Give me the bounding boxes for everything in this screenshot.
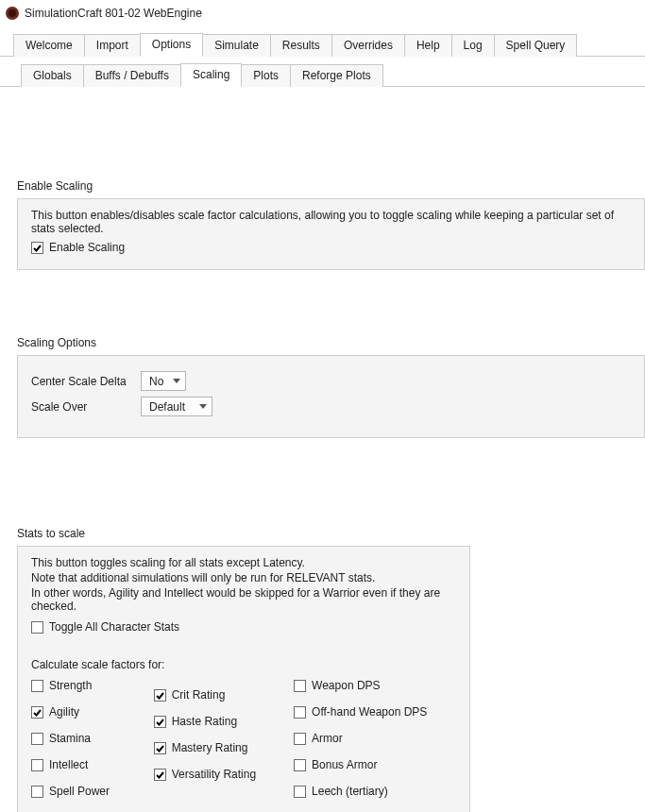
enable-scaling-checkbox[interactable]: Enable Scaling (31, 241, 631, 254)
stat-checkbox-stamina[interactable]: Stamina (31, 732, 116, 745)
tab-log[interactable]: Log (451, 34, 495, 57)
stat-checkbox-agility[interactable]: Agility (31, 705, 116, 719)
stat-label: Armor (312, 732, 343, 745)
tab-plots[interactable]: Plots (241, 64, 291, 87)
stat-checkbox-strength[interactable]: Strength (31, 679, 116, 692)
stat-label: Mastery Rating (172, 741, 248, 754)
enable-scaling-checkbox-label: Enable Scaling (49, 241, 125, 254)
stat-checkbox-intellect[interactable]: Intellect (31, 758, 116, 771)
stat-checkbox-versatility-rating[interactable]: Versatility Rating (154, 768, 256, 781)
stat-checkbox-mastery-rating[interactable]: Mastery Rating (154, 741, 256, 754)
stat-label: Weapon DPS (312, 679, 381, 692)
stats-col-3: Weapon DPSOff-hand Weapon DPSArmorBonus … (294, 679, 446, 812)
tab-results[interactable]: Results (270, 34, 332, 57)
stat-checkbox-crit-rating[interactable]: Crit Rating (154, 688, 256, 702)
stat-label: Leech (tertiary) (312, 785, 388, 798)
stats-heading: Stats to scale (17, 527, 645, 540)
stat-label: Bonus Armor (312, 758, 377, 771)
tab-buffs-debuffs[interactable]: Buffs / Debuffs (83, 64, 181, 87)
scale-over-select[interactable]: Default (141, 397, 212, 416)
tab-simulate[interactable]: Simulate (202, 34, 271, 57)
stat-label: Haste Rating (172, 715, 237, 728)
stats-col-1: StrengthAgilityStaminaIntellectSpell Pow… (31, 679, 116, 812)
tab-globals[interactable]: Globals (21, 64, 84, 87)
tab-welcome[interactable]: Welcome (13, 34, 85, 57)
stat-label: Off-hand Weapon DPS (312, 705, 427, 719)
toggle-all-stats-checkbox[interactable]: Toggle All Character Stats (31, 620, 456, 634)
tab-spell-query[interactable]: Spell Query (494, 34, 578, 57)
stat-label: Agility (49, 705, 79, 719)
center-scale-delta-value: No (149, 375, 163, 388)
stats-group: This button toggles scaling for all stat… (17, 546, 470, 812)
tab-scaling[interactable]: Scaling (180, 63, 242, 87)
enable-scaling-desc: This button enables/disables scale facto… (31, 209, 631, 235)
center-scale-delta-select[interactable]: No (141, 371, 186, 391)
window-titlebar: SimulationCraft 801-02 WebEngine (0, 0, 645, 26)
toggle-all-stats-label: Toggle All Character Stats (49, 620, 179, 634)
enable-scaling-heading: Enable Scaling (17, 179, 645, 193)
app-icon (6, 7, 19, 20)
stat-checkbox-haste-rating[interactable]: Haste Rating (154, 715, 256, 728)
stat-checkbox-leech-tertiary-[interactable]: Leech (tertiary) (294, 785, 446, 798)
calc-heading: Calculate scale factors for: (31, 658, 456, 671)
stats-col-2: Crit RatingHaste RatingMastery RatingVer… (154, 688, 256, 812)
stat-checkbox-bonus-armor[interactable]: Bonus Armor (294, 758, 446, 771)
stat-checkbox-spell-power[interactable]: Spell Power (31, 785, 116, 798)
tab-overrides[interactable]: Overrides (331, 34, 405, 57)
tab-reforge-plots[interactable]: Reforge Plots (290, 64, 383, 87)
scale-over-value: Default (149, 400, 185, 414)
sub-tabbar: GlobalsBuffs / DebuffsScalingPlotsReforg… (0, 62, 645, 87)
stat-checkbox-weapon-dps[interactable]: Weapon DPS (294, 679, 446, 692)
tab-import[interactable]: Import (84, 34, 141, 57)
stats-desc-1: This button toggles scaling for all stat… (31, 556, 456, 569)
chevron-down-icon (199, 404, 207, 409)
stat-checkbox-armor[interactable]: Armor (294, 732, 446, 745)
enable-scaling-group: This button enables/disables scale facto… (17, 198, 645, 270)
stat-label: Stamina (49, 732, 91, 745)
scale-over-label: Scale Over (31, 400, 131, 414)
tab-options[interactable]: Options (140, 33, 203, 57)
stat-label: Strength (49, 679, 92, 692)
tab-help[interactable]: Help (404, 34, 452, 57)
stats-desc-2: Note that additional simulations will on… (31, 571, 456, 584)
stat-label: Intellect (49, 758, 88, 771)
stat-label: Spell Power (49, 785, 110, 798)
chevron-down-icon (173, 379, 180, 383)
scaling-options-heading: Scaling Options (17, 336, 645, 349)
window-title: SimulationCraft 801-02 WebEngine (25, 7, 202, 20)
stat-label: Versatility Rating (172, 768, 256, 781)
stat-checkbox-off-hand-weapon-dps[interactable]: Off-hand Weapon DPS (294, 705, 446, 719)
scaling-options-group: Center Scale Delta No Scale Over Default (17, 355, 645, 438)
stat-label: Crit Rating (172, 688, 226, 702)
main-tabbar: WelcomeImportOptionsSimulateResultsOverr… (0, 32, 645, 57)
center-scale-delta-label: Center Scale Delta (31, 375, 131, 388)
stats-desc-3: In other words, Agility and Intellect wo… (31, 586, 456, 613)
